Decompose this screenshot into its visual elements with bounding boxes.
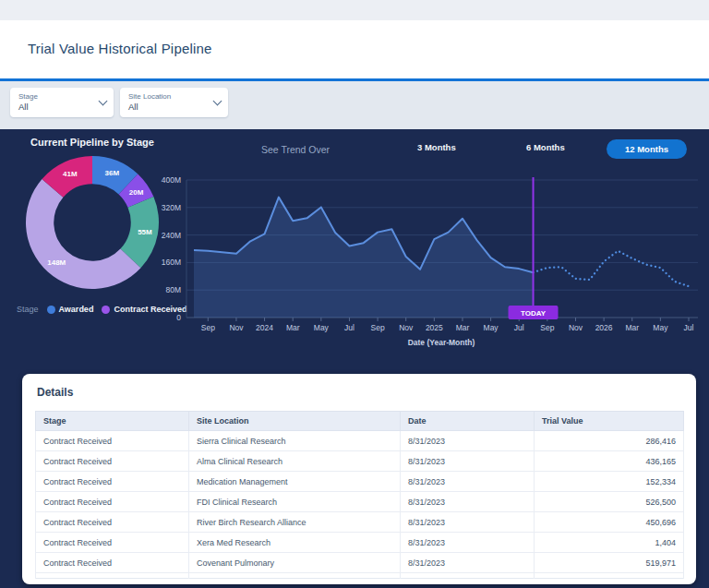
table-header-row: StageSite LocationDateTrial Value <box>36 412 684 431</box>
table-cell: Sierra Clinical Research <box>189 431 401 451</box>
dashboard-dark-section: Current Pipeline by Stage 36M20M55M148M4… <box>0 129 709 588</box>
x-axis-tick-label: Jul <box>514 323 524 332</box>
x-axis-tick-label: 2025 <box>426 323 443 332</box>
legend-item-awarded[interactable]: Awarded <box>47 305 94 314</box>
site-location-filter-label: Site Location <box>128 92 171 102</box>
range-button-12-months-selected[interactable]: 12 Months <box>607 139 687 159</box>
range-button-3-months[interactable]: 3 Months <box>417 142 456 152</box>
details-card: Details StageSite LocationDateTrial Valu… <box>22 374 696 584</box>
site-location-filter-dropdown[interactable]: Site Location All <box>120 88 228 117</box>
table-cell: Contract Received <box>36 431 189 451</box>
column-header-trial-value[interactable]: Trial Value <box>535 412 684 431</box>
range-button-6-months[interactable]: 6 Months <box>526 142 565 152</box>
table-cell <box>535 573 684 579</box>
column-header-date[interactable]: Date <box>401 412 535 431</box>
table-row[interactable]: Contract ReceivedRiver Birch Research Al… <box>36 512 684 533</box>
top-bar <box>0 0 709 20</box>
y-axis-tick-label: 400M <box>162 175 181 185</box>
table-cell <box>36 573 189 579</box>
x-axis-tick-label: Sep <box>371 323 385 332</box>
donut-segment-label: 36M <box>105 169 120 177</box>
title-bar: Trial Value Historical Pipeline <box>0 20 709 78</box>
table-cell: 8/31/2023 <box>401 431 535 451</box>
table-cell: 8/31/2023 <box>401 472 535 492</box>
x-axis-tick-label: Sep <box>201 323 215 332</box>
donut-chart-title: Current Pipeline by Stage <box>0 137 185 148</box>
x-axis-tick-label: May <box>653 323 668 332</box>
table-cell: 286,416 <box>535 431 684 451</box>
table-cell: Alma Clinical Research <box>189 451 401 472</box>
table-cell: Contract Received <box>36 553 189 573</box>
table-row[interactable]: Contract ReceivedAlma Clinical Research8… <box>36 451 684 472</box>
x-axis-title: Date (Year-Month) <box>408 338 475 347</box>
y-axis-tick-label: 320M <box>162 203 181 212</box>
table-cell: 436,165 <box>535 451 684 472</box>
legend-title: Stage <box>17 305 39 314</box>
legend-dot-icon <box>47 306 55 314</box>
table-cell: Covenant Pulmonary <box>189 553 401 573</box>
table-cell: Contract Received <box>36 492 189 512</box>
donut-segment-label: 41M <box>63 170 78 178</box>
column-header-site-location[interactable]: Site Location <box>189 412 401 431</box>
table-row[interactable]: Contract ReceivedFDI Clinical Research8/… <box>36 492 684 512</box>
x-axis-tick-label: May <box>484 323 499 332</box>
stage-filter-label: Stage <box>18 92 38 102</box>
stage-filter-dropdown[interactable]: Stage All <box>10 88 114 117</box>
historical-area <box>194 198 534 318</box>
filter-bar: Stage All Site Location All <box>0 81 709 129</box>
chevron-down-icon <box>99 97 108 106</box>
x-axis-tick-label: Nov <box>229 323 244 332</box>
table-cell <box>189 573 401 579</box>
today-badge-label: TODAY <box>521 309 547 318</box>
stage-filter-value: All <box>18 102 38 113</box>
donut-segment-label: 148M <box>47 258 66 267</box>
table-cell: 519,971 <box>535 553 684 573</box>
y-axis-tick-label: 160M <box>162 258 181 267</box>
x-axis-tick-label: 2024 <box>256 323 273 332</box>
trend-chart-title: See Trend Over <box>261 144 330 155</box>
x-axis-tick-label: Nov <box>399 323 414 332</box>
table-cell: 8/31/2023 <box>401 553 535 573</box>
table-row-partial <box>36 573 684 579</box>
x-axis-tick-label: Mar <box>456 323 470 332</box>
table-cell: 8/31/2023 <box>401 533 535 553</box>
table-cell: 8/31/2023 <box>401 512 535 533</box>
x-axis-tick-label: Jul <box>344 323 354 332</box>
y-axis-tick-label: 80M <box>165 285 181 294</box>
table-cell: 526,500 <box>535 492 684 512</box>
table-cell <box>401 573 535 579</box>
table-row[interactable]: Contract ReceivedCovenant Pulmonary8/31/… <box>36 553 684 573</box>
x-axis-tick-label: Mar <box>625 323 639 332</box>
y-axis-tick-label: 240M <box>162 231 181 240</box>
table-cell: Medication Management <box>189 472 401 492</box>
x-axis-tick-label: May <box>314 323 330 332</box>
legend-dot-icon <box>102 306 110 314</box>
table-cell: 8/31/2023 <box>401 451 535 472</box>
table-row[interactable]: Contract ReceivedMedication Management8/… <box>36 472 684 492</box>
forecast-dotted-line[interactable] <box>534 251 689 286</box>
x-axis-tick-label: Sep <box>540 323 554 332</box>
x-axis-tick-label: Jul <box>684 323 694 332</box>
x-axis-tick-label: Nov <box>569 323 583 332</box>
table-cell: Contract Received <box>36 533 189 553</box>
table-cell: 1,404 <box>535 533 684 553</box>
trend-line-chart: 080M160M240M320M400MSepNov2024MarMayJulS… <box>138 171 709 355</box>
details-title: Details <box>37 386 73 399</box>
table-cell: Contract Received <box>36 472 189 492</box>
table-cell: 450,696 <box>535 512 684 533</box>
table-cell: 8/31/2023 <box>401 492 535 512</box>
chevron-down-icon <box>213 97 222 106</box>
column-header-stage[interactable]: Stage <box>36 412 189 431</box>
table-cell: 152,334 <box>535 472 684 492</box>
table-cell: FDI Clinical Research <box>189 492 401 512</box>
site-location-filter-value: All <box>128 102 171 113</box>
details-table: StageSite LocationDateTrial Value Contra… <box>35 411 684 579</box>
y-axis-tick-label: 0 <box>176 313 181 322</box>
table-cell: Contract Received <box>36 451 189 472</box>
x-axis-tick-label: 2026 <box>595 323 613 332</box>
table-row[interactable]: Contract ReceivedSierra Clinical Researc… <box>36 431 684 451</box>
table-cell: Xera Med Research <box>189 533 401 553</box>
page-title: Trial Value Historical Pipeline <box>28 41 212 56</box>
table-cell: River Birch Research Alliance <box>189 512 401 533</box>
table-row[interactable]: Contract ReceivedXera Med Research8/31/2… <box>36 533 684 553</box>
